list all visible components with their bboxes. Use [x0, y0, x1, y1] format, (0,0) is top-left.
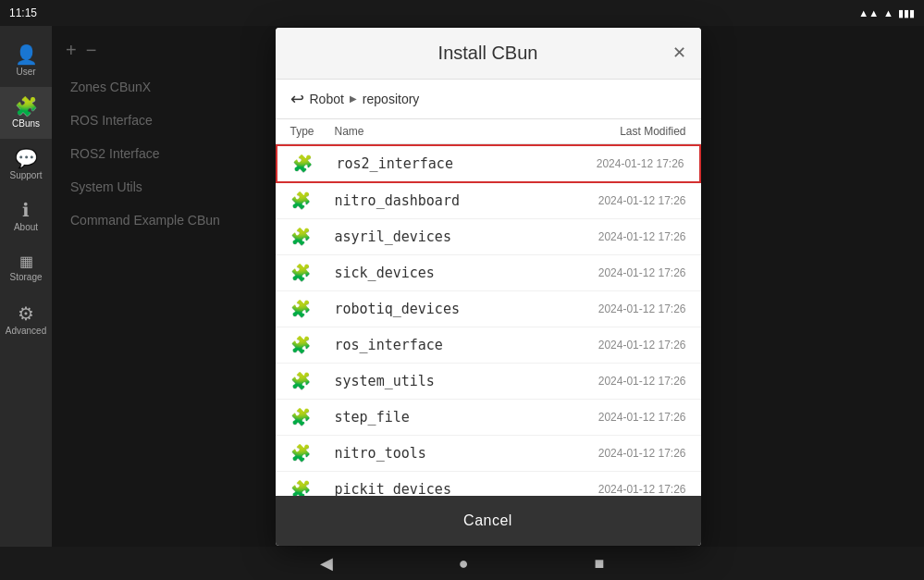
sidebar-label-about: About [14, 222, 38, 232]
puzzle-icon-cell: 🧩 [290, 407, 335, 427]
puzzle-icon: 🧩 [290, 443, 311, 463]
puzzle-icon-cell: 🧩 [292, 154, 337, 174]
row-date: 2024-01-12 17:26 [538, 302, 686, 315]
sidebar-label-storage: Storage [9, 272, 42, 282]
advanced-icon: ⚙ [18, 304, 34, 323]
dialog-title: Install CBun [438, 43, 538, 64]
col-type: Type [290, 125, 335, 138]
table-body: 🧩 ros2_interface 2024-01-12 17:26 🧩 nitr… [276, 144, 701, 496]
battery-icon: ▮▮▮ [898, 7, 915, 19]
bottom-nav: ◀ ● ■ [0, 547, 924, 580]
table-row[interactable]: 🧩 nitro_tools 2024-01-12 17:26 [276, 436, 701, 472]
row-name: nitro_dashboard [335, 192, 538, 209]
breadcrumb-robot[interactable]: Robot [310, 92, 344, 106]
table-row[interactable]: 🧩 asyril_devices 2024-01-12 17:26 [276, 219, 701, 255]
table-row[interactable]: 🧩 sick_devices 2024-01-12 17:26 [276, 255, 701, 291]
table-row[interactable]: 🧩 robotiq_devices 2024-01-12 17:26 [276, 291, 701, 327]
row-date: 2024-01-12 17:26 [538, 266, 686, 279]
row-date: 2024-01-12 17:26 [538, 375, 686, 388]
about-icon: ℹ [22, 201, 30, 219]
dialog-footer: Cancel [276, 496, 701, 546]
puzzle-icon-cell: 🧩 [290, 443, 335, 463]
puzzle-icon: 🧩 [290, 263, 311, 283]
sidebar-item-support[interactable]: 💬 Support [0, 139, 52, 191]
wifi-icon: ▲ [883, 7, 893, 19]
row-name: robotiq_devices [335, 301, 538, 317]
row-date: 2024-01-12 17:26 [538, 339, 686, 352]
puzzle-icon: 🧩 [290, 227, 311, 247]
row-name: ros_interface [335, 337, 538, 353]
puzzle-icon-cell: 🧩 [290, 227, 335, 247]
row-date: 2024-01-12 17:26 [538, 194, 686, 207]
row-name: nitro_tools [335, 445, 538, 462]
col-date: Last Modified [538, 125, 686, 138]
table-header: Type Name Last Modified [276, 119, 701, 144]
install-dialog: Install CBun ✕ ↩ Robot ▶ repository Type… [276, 28, 701, 546]
table-row[interactable]: 🧩 nitro_dashboard 2024-01-12 17:26 [276, 183, 701, 219]
user-icon: 👤 [15, 45, 38, 64]
row-date: 2024-01-12 17:26 [538, 447, 686, 460]
breadcrumb: ↩ Robot ▶ repository [276, 80, 701, 119]
table-row[interactable]: 🧩 system_utils 2024-01-12 17:26 [276, 364, 701, 400]
status-bar: 11:15 ▲▲ ▲ ▮▮▮ [0, 0, 924, 26]
puzzle-icon: 🧩 [290, 407, 311, 427]
sidebar-item-about[interactable]: ℹ About [0, 191, 52, 242]
row-name: pickit_devices [335, 481, 538, 496]
recent-nav-button[interactable]: ■ [587, 550, 612, 577]
row-date: 2024-01-12 17:26 [538, 483, 686, 496]
table-row[interactable]: 🧩 ros2_interface 2024-01-12 17:26 [276, 144, 701, 183]
puzzle-icon: 🧩 [290, 335, 311, 355]
table-row[interactable]: 🧩 pickit_devices 2024-01-12 17:26 [276, 472, 701, 496]
row-name: ros2_interface [337, 155, 536, 172]
puzzle-icon: 🧩 [292, 154, 313, 174]
sidebar-label-user: User [16, 67, 35, 77]
cbuns-icon: 🧩 [15, 97, 38, 116]
sidebar-item-user[interactable]: 👤 User [0, 35, 52, 87]
back-nav-button[interactable]: ◀ [313, 549, 340, 577]
sidebar-label-support: Support [9, 170, 42, 180]
row-name: step_file [335, 409, 538, 426]
content-area: + − Zones CBunX ROS Interface ROS2 Inter… [52, 26, 924, 547]
sidebar: 👤 User 🧩 CBuns 💬 Support ℹ About ▦ Stora… [0, 26, 52, 547]
puzzle-icon-cell: 🧩 [290, 299, 335, 319]
puzzle-icon-cell: 🧩 [290, 479, 335, 496]
puzzle-icon-cell: 🧩 [290, 335, 335, 355]
puzzle-icon: 🧩 [290, 479, 311, 496]
row-name: system_utils [335, 373, 538, 389]
breadcrumb-path: repository [363, 92, 419, 106]
status-time: 11:15 [9, 6, 37, 19]
puzzle-icon-cell: 🧩 [290, 263, 335, 283]
col-name: Name [335, 125, 538, 138]
puzzle-icon-cell: 🧩 [290, 371, 335, 391]
breadcrumb-back-icon: ↩ [290, 89, 304, 109]
sidebar-label-advanced: Advanced [6, 326, 46, 336]
sidebar-label-cbuns: CBuns [12, 118, 40, 129]
row-date: 2024-01-12 17:26 [538, 230, 686, 243]
home-nav-button[interactable]: ● [451, 550, 476, 577]
breadcrumb-separator: ▶ [350, 93, 357, 104]
sidebar-item-cbuns[interactable]: 🧩 CBuns [0, 87, 52, 139]
row-name: asyril_devices [335, 228, 538, 245]
puzzle-icon: 🧩 [290, 371, 311, 391]
status-bar-left: 11:15 [9, 6, 37, 19]
dialog-header: Install CBun ✕ [276, 28, 701, 80]
row-name: sick_devices [335, 265, 538, 281]
cancel-button[interactable]: Cancel [445, 509, 531, 533]
sidebar-item-advanced[interactable]: ⚙ Advanced [0, 294, 52, 346]
table-row[interactable]: 🧩 ros_interface 2024-01-12 17:26 [276, 327, 701, 364]
support-icon: 💬 [15, 149, 38, 167]
storage-icon: ▦ [19, 254, 33, 269]
status-bar-right: ▲▲ ▲ ▮▮▮ [858, 7, 915, 19]
puzzle-icon-cell: 🧩 [290, 191, 335, 211]
puzzle-icon: 🧩 [290, 191, 311, 211]
signal-icon: ▲▲ [858, 7, 879, 19]
app-container: 👤 User 🧩 CBuns 💬 Support ℹ About ▦ Stora… [0, 26, 924, 547]
row-date: 2024-01-12 17:26 [538, 411, 686, 424]
table-row[interactable]: 🧩 step_file 2024-01-12 17:26 [276, 400, 701, 436]
dialog-close-button[interactable]: ✕ [669, 41, 690, 65]
row-date: 2024-01-12 17:26 [536, 157, 684, 170]
puzzle-icon: 🧩 [290, 299, 311, 319]
sidebar-item-storage[interactable]: ▦ Storage [0, 242, 52, 294]
